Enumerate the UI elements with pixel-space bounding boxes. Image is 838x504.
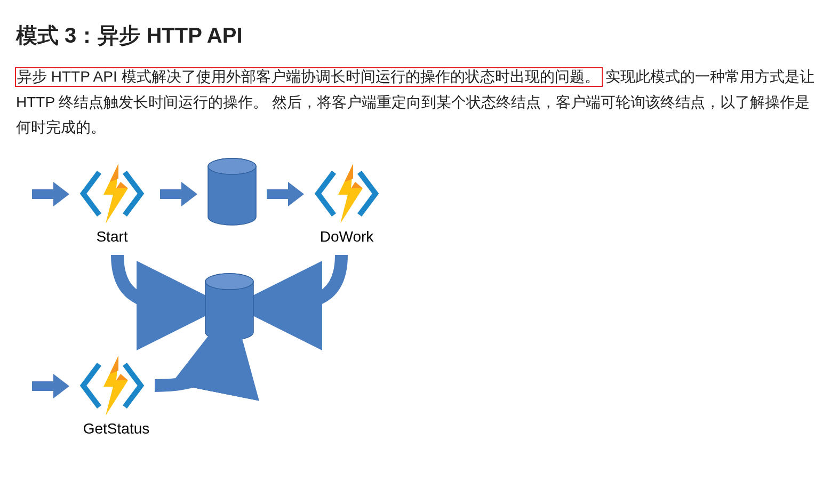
state-cylinder-icon <box>205 274 253 340</box>
highlighted-sentence: 异步 HTTP API 模式解决了使用外部客户端协调长时间运行的操作的状态时出现… <box>15 67 603 87</box>
curved-arrow-icon <box>155 348 224 386</box>
arrow-icon <box>160 182 197 206</box>
section-paragraph: 异步 HTTP API 模式解决了使用外部客户端协调长时间运行的操作的状态时出现… <box>16 64 822 140</box>
arrow-icon <box>32 182 69 206</box>
start-label: Start <box>96 228 127 245</box>
getstatus-function-icon <box>83 356 141 415</box>
arrow-icon <box>32 374 69 398</box>
queue-cylinder-icon <box>208 158 256 225</box>
getstatus-label: GetStatus <box>83 420 150 437</box>
curved-arrow-icon <box>277 255 341 306</box>
dowork-label: DoWork <box>320 228 374 245</box>
diagram-svg: Start DoWork <box>27 151 427 455</box>
dowork-function-icon <box>318 164 376 223</box>
architecture-diagram: Start DoWork <box>27 151 822 457</box>
start-function-icon <box>83 164 141 223</box>
page-container: 模式 3：异步 HTTP API 异步 HTTP API 模式解决了使用外部客户… <box>0 0 838 504</box>
arrow-icon <box>267 182 304 206</box>
section-title: 模式 3：异步 HTTP API <box>16 21 822 49</box>
curved-arrow-icon <box>117 255 181 306</box>
